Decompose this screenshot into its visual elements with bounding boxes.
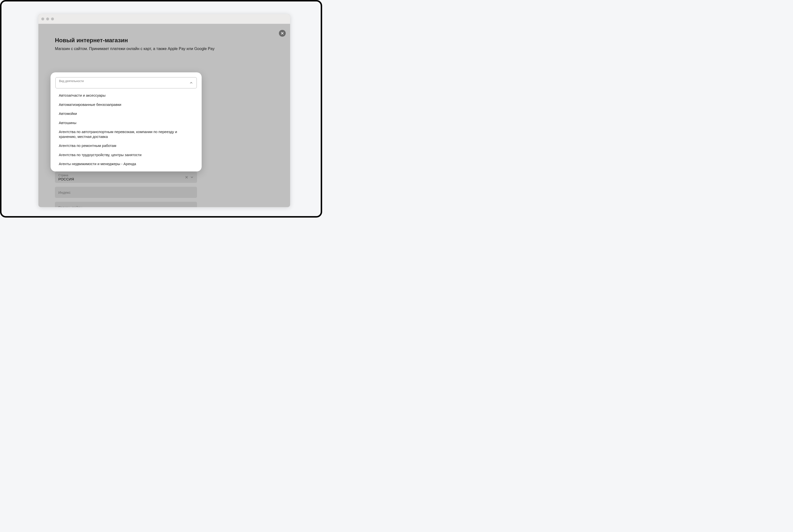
traffic-light-minimize[interactable] <box>46 18 49 20</box>
country-label: Страна <box>58 174 68 177</box>
activity-dropdown-list[interactable]: Автозапчасти и аксессуары Автоматизирова… <box>55 91 197 167</box>
traffic-light-close[interactable] <box>41 18 44 20</box>
page-subtitle: Магазин с сайтом. Принимает платежи онла… <box>55 46 274 51</box>
browser-window: Новый интернет-магазин Магазин с сайтом.… <box>38 14 290 207</box>
country-select[interactable]: Страна РОССИЯ <box>55 172 197 183</box>
dropdown-option[interactable]: Агентства по ремонтным работам <box>55 141 197 150</box>
dropdown-option[interactable]: Агентства по автотранспортным перевозкам… <box>55 127 197 141</box>
postal-input[interactable]: Индекс <box>55 187 197 198</box>
region-input[interactable]: Регион, район <box>55 202 197 207</box>
postal-placeholder: Индекс <box>58 190 71 194</box>
page-title: Новый интернет-магазин <box>55 24 274 44</box>
close-button[interactable] <box>279 30 286 37</box>
traffic-light-maximize[interactable] <box>51 18 54 20</box>
clear-icon[interactable] <box>185 175 188 179</box>
close-icon <box>281 32 284 35</box>
activity-label: Вид деятельности <box>59 79 84 83</box>
region-placeholder: Регион, район <box>58 205 82 207</box>
chevron-up-icon <box>189 81 193 85</box>
dropdown-option[interactable]: Автоматизированные бензозаправки <box>55 100 197 109</box>
chevron-down-icon[interactable] <box>190 175 193 179</box>
dropdown-option[interactable]: Автозапчасти и аксессуары <box>55 91 197 100</box>
activity-dropdown-panel: Вид деятельности Автозапчасти и аксессуа… <box>51 72 202 171</box>
window-content: Новый интернет-магазин Магазин с сайтом.… <box>38 24 290 207</box>
inner-frame: Новый интернет-магазин Магазин с сайтом.… <box>1 1 321 216</box>
country-value: РОССИЯ <box>58 177 74 181</box>
dropdown-option[interactable]: Агентства по трудоустройству, центры зан… <box>55 150 197 159</box>
dropdown-option[interactable]: Автомойки <box>55 109 197 118</box>
activity-dropdown-field[interactable]: Вид деятельности <box>55 77 197 88</box>
dropdown-option[interactable]: Агенты недвижимости и менеджеры - Аренда <box>55 159 197 167</box>
dropdown-option[interactable]: Автошины <box>55 118 197 128</box>
window-chrome <box>38 14 290 24</box>
outer-frame: Новый интернет-магазин Магазин с сайтом.… <box>0 0 322 217</box>
